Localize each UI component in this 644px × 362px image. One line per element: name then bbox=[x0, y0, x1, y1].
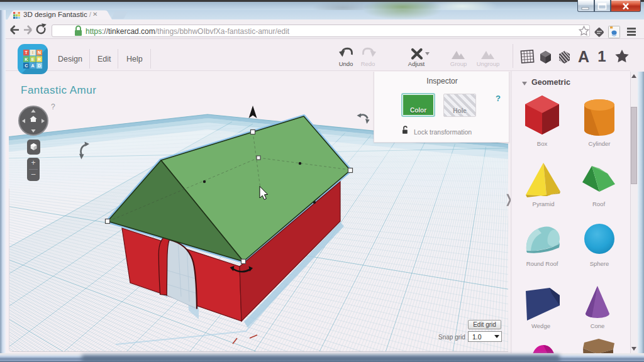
svg-text:R: R bbox=[38, 57, 41, 62]
svg-text:I: I bbox=[32, 50, 33, 55]
svg-text:K: K bbox=[25, 57, 28, 62]
svg-text:E: E bbox=[31, 57, 35, 62]
svg-text:D: D bbox=[38, 63, 41, 68]
svg-text:N: N bbox=[38, 50, 41, 55]
svg-text:A: A bbox=[31, 63, 34, 68]
svg-text:C: C bbox=[25, 63, 28, 68]
svg-text:T: T bbox=[25, 50, 28, 55]
